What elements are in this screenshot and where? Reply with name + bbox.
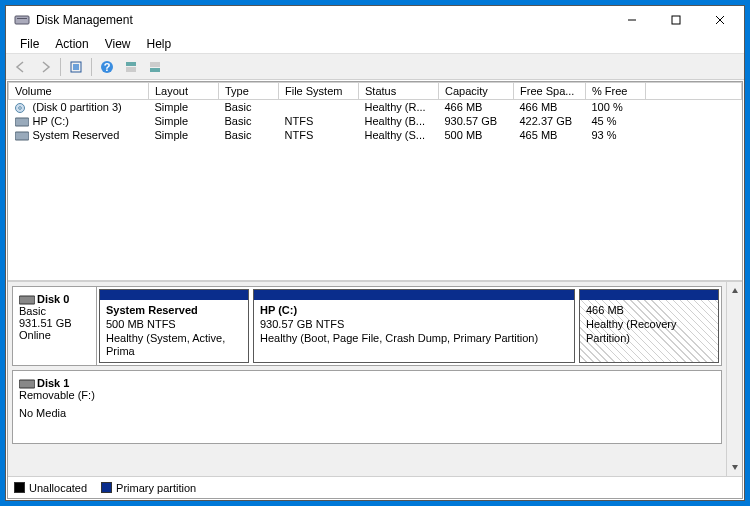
cell: Basic — [219, 128, 279, 142]
cell: 500 MB — [439, 128, 514, 142]
partition-size: 500 MB NTFS — [106, 318, 242, 332]
disk-0-row[interactable]: Disk 0 Basic 931.51 GB Online System Res… — [12, 286, 722, 366]
svg-rect-19 — [19, 380, 35, 388]
svg-rect-18 — [19, 296, 35, 304]
volume-icon — [15, 103, 29, 113]
cell: 45 % — [586, 114, 646, 128]
svg-rect-3 — [672, 16, 680, 24]
volume-row[interactable]: System ReservedSimpleBasicNTFSHealthy (S… — [9, 128, 742, 142]
svg-rect-0 — [15, 16, 29, 24]
disk-0-name: Disk 0 — [37, 293, 69, 305]
svg-rect-11 — [126, 67, 136, 72]
content-area: VolumeLayoutTypeFile SystemStatusCapacit… — [7, 81, 743, 499]
cell — [279, 100, 359, 115]
view-bottom-button[interactable] — [144, 56, 166, 78]
column-header[interactable]: % Free — [586, 83, 646, 100]
menu-help[interactable]: Help — [139, 35, 180, 53]
cell: 100 % — [586, 100, 646, 115]
cell: Simple — [149, 114, 219, 128]
view-top-button[interactable] — [120, 56, 142, 78]
disk-0-type: Basic — [19, 305, 90, 317]
cell: Simple — [149, 128, 219, 142]
cell: Basic — [219, 100, 279, 115]
cell: Healthy (S... — [359, 128, 439, 142]
cell: 466 MB — [514, 100, 586, 115]
disk-1-label: Disk 1 Removable (F:) No Media — [13, 371, 721, 443]
column-header[interactable]: File System — [279, 83, 359, 100]
volume-icon — [15, 117, 29, 127]
volume-row[interactable]: (Disk 0 partition 3)SimpleBasicHealthy (… — [9, 100, 742, 115]
svg-rect-1 — [17, 18, 27, 19]
vertical-scrollbar[interactable] — [726, 282, 742, 476]
app-icon — [14, 12, 30, 28]
partition-system-reserved[interactable]: System Reserved 500 MB NTFS Healthy (Sys… — [99, 289, 249, 363]
svg-text:?: ? — [104, 61, 111, 73]
column-header[interactable]: Type — [219, 83, 279, 100]
toolbar-separator — [60, 58, 61, 76]
column-header[interactable]: Volume — [9, 83, 149, 100]
cell: NTFS — [279, 114, 359, 128]
column-header-spacer — [646, 83, 742, 100]
partition-hp-c[interactable]: HP (C:) 930.57 GB NTFS Healthy (Boot, Pa… — [253, 289, 575, 363]
column-header[interactable]: Status — [359, 83, 439, 100]
column-header[interactable]: Capacity — [439, 83, 514, 100]
hdd-icon — [19, 295, 35, 305]
svg-rect-16 — [15, 118, 29, 126]
minimize-button[interactable] — [610, 6, 654, 34]
svg-point-15 — [18, 107, 21, 110]
disk-1-state: No Media — [19, 407, 715, 419]
disk-0-partitions: System Reserved 500 MB NTFS Healthy (Sys… — [97, 287, 721, 365]
cell — [646, 128, 742, 142]
window-title: Disk Management — [36, 13, 610, 27]
disk-0-size: 931.51 GB — [19, 317, 90, 329]
volumes-list[interactable]: VolumeLayoutTypeFile SystemStatusCapacit… — [8, 82, 742, 282]
partition-recovery[interactable]: 466 MB Healthy (Recovery Partition) — [579, 289, 719, 363]
svg-rect-10 — [126, 62, 136, 66]
cell: 93 % — [586, 128, 646, 142]
cell — [646, 114, 742, 128]
back-button — [10, 56, 32, 78]
cell: (Disk 0 partition 3) — [9, 100, 149, 115]
toolbar: ? — [6, 54, 744, 80]
help-button[interactable]: ? — [96, 56, 118, 78]
cell: 930.57 GB — [439, 114, 514, 128]
disk-1-row[interactable]: Disk 1 Removable (F:) No Media — [12, 370, 722, 444]
maximize-button[interactable] — [654, 6, 698, 34]
close-button[interactable] — [698, 6, 742, 34]
volume-icon — [15, 131, 29, 141]
cell: NTFS — [279, 128, 359, 142]
primary-swatch — [101, 482, 112, 493]
cell: Healthy (R... — [359, 100, 439, 115]
menu-action[interactable]: Action — [47, 35, 96, 53]
svg-rect-13 — [150, 68, 160, 72]
legend-unallocated-label: Unallocated — [29, 482, 87, 494]
unallocated-swatch — [14, 482, 25, 493]
legend-unallocated: Unallocated — [14, 482, 87, 494]
disk-0-label: Disk 0 Basic 931.51 GB Online — [13, 287, 97, 365]
disks-graphical-view: Disk 0 Basic 931.51 GB Online System Res… — [8, 282, 742, 476]
forward-button — [34, 56, 56, 78]
cell — [646, 100, 742, 115]
cell: 466 MB — [439, 100, 514, 115]
partition-status: Healthy (System, Active, Prima — [106, 332, 242, 360]
scroll-down-icon[interactable] — [728, 460, 742, 474]
disk-management-window: Disk Management File Action View Help ? … — [5, 5, 745, 501]
menu-view[interactable]: View — [97, 35, 139, 53]
scroll-up-icon[interactable] — [728, 284, 742, 298]
legend: Unallocated Primary partition — [8, 476, 742, 498]
menubar: File Action View Help — [6, 34, 744, 54]
column-header[interactable]: Layout — [149, 83, 219, 100]
disk-0-state: Online — [19, 329, 90, 341]
column-header[interactable]: Free Spa... — [514, 83, 586, 100]
legend-primary: Primary partition — [101, 482, 196, 494]
volume-row[interactable]: HP (C:)SimpleBasicNTFSHealthy (B...930.5… — [9, 114, 742, 128]
cell: System Reserved — [9, 128, 149, 142]
partition-name: System Reserved — [106, 304, 242, 318]
refresh-button[interactable] — [65, 56, 87, 78]
partition-name: HP (C:) — [260, 304, 568, 318]
svg-rect-17 — [15, 132, 29, 140]
menu-file[interactable]: File — [12, 35, 47, 53]
partition-size: 466 MB — [586, 304, 712, 318]
cell: Simple — [149, 100, 219, 115]
toolbar-separator — [91, 58, 92, 76]
